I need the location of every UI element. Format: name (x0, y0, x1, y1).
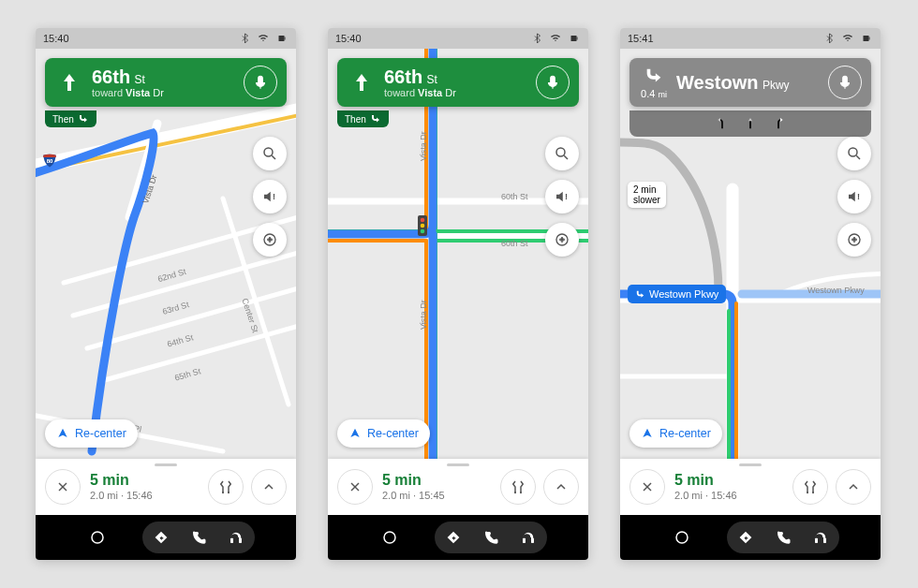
recenter-icon (348, 427, 362, 440)
street-label: Westown Pkwy (807, 286, 865, 295)
circle-icon (674, 529, 690, 546)
headphones-icon[interactable] (812, 529, 829, 546)
home-button[interactable] (661, 522, 703, 553)
search-button[interactable] (837, 137, 871, 170)
expand-button[interactable] (251, 469, 287, 505)
street-label: 60th St (501, 192, 528, 201)
map[interactable]: 60th St 60th St Vista Dr Vista Dr 66th S… (328, 49, 588, 459)
phone-icon[interactable] (190, 529, 207, 546)
headphones-icon[interactable] (228, 529, 244, 546)
search-icon (846, 145, 863, 162)
routes-icon (217, 478, 234, 495)
volume-alert-icon (261, 188, 278, 205)
home-button[interactable] (369, 522, 410, 553)
search-button[interactable] (253, 137, 287, 170)
close-button[interactable] (45, 469, 81, 505)
turn-right-icon (635, 289, 645, 300)
nav-banner[interactable]: 66th St toward Vista Dr (337, 58, 579, 107)
drag-handle[interactable] (739, 463, 762, 466)
sound-alerts-button[interactable] (253, 180, 287, 213)
close-button[interactable] (337, 469, 373, 505)
trip-sheet[interactable]: 5 min 2.0 mi · 15:45 (328, 459, 588, 515)
recenter-button[interactable]: Re-center (45, 419, 138, 448)
trip-meta: 2.0 mi · 15:46 (674, 490, 737, 502)
nav-instruction: 66th St toward Vista Dr (384, 66, 536, 98)
close-button[interactable] (629, 469, 665, 505)
drag-handle[interactable] (155, 463, 177, 466)
expand-button[interactable] (543, 469, 579, 505)
close-icon (348, 479, 363, 494)
trip-meta: 2.0 mi · 15:46 (90, 490, 153, 502)
add-report-icon (846, 231, 863, 248)
battery-icon (568, 33, 581, 44)
mic-icon (544, 74, 561, 91)
sound-alerts-button[interactable] (545, 180, 579, 213)
drag-handle[interactable] (447, 463, 469, 466)
nav-arrow-up-icon (58, 69, 81, 96)
bluetooth-icon (240, 33, 251, 44)
route-bubble[interactable]: Westown Pkwy (628, 285, 726, 303)
interstate-shield-icon: 80 (41, 152, 58, 169)
status-bar: 15:40 (328, 28, 588, 49)
alternate-routes-button[interactable] (792, 469, 828, 505)
lane-guidance (629, 110, 871, 137)
wifi-icon (841, 33, 854, 44)
alternate-routes-button[interactable] (208, 469, 244, 505)
nav-banner[interactable]: 66th St toward Vista Dr (45, 58, 287, 107)
volume-alert-icon (554, 188, 570, 205)
routes-icon (802, 478, 819, 495)
lane-right-icon (771, 114, 786, 133)
street-label: Vista Dr (419, 300, 428, 330)
voice-search-button[interactable] (536, 66, 570, 99)
phone-icon[interactable] (775, 529, 792, 546)
svg-point-24 (421, 229, 425, 234)
trip-sheet[interactable]: 5 min 2.0 mi · 15:46 (620, 459, 881, 515)
nav-arrow-up-icon (350, 69, 373, 96)
search-icon (261, 145, 278, 162)
sound-alerts-button[interactable] (837, 180, 871, 213)
nav-banner[interactable]: 0.4 mi Westown Pkwy (629, 58, 871, 107)
system-nav-bar (328, 515, 588, 560)
alternate-routes-button[interactable] (500, 469, 536, 505)
map[interactable]: Westown Pkwy 2 min slower Westown Pkwy 0… (620, 49, 881, 459)
map[interactable]: 235 80 62nd St 63rd St 64th St 65th St C… (36, 49, 296, 459)
phone-icon[interactable] (482, 529, 499, 546)
traffic-chip[interactable]: 2 min slower (628, 182, 666, 208)
nav-instruction: Westown Pkwy (676, 72, 828, 93)
add-report-icon (554, 231, 570, 248)
home-button[interactable] (77, 522, 118, 553)
screenshot-3: 15:41 Westown Pkwy 2 min slower (620, 28, 881, 560)
trip-time: 5 min (382, 472, 445, 489)
svg-point-22 (421, 218, 425, 223)
voice-search-button[interactable] (828, 66, 862, 99)
trip-sheet[interactable]: 5 min 2.0 mi · 15:46 (36, 459, 296, 515)
turn-right-icon (78, 113, 89, 125)
trip-time: 5 min (674, 472, 737, 489)
search-icon (554, 145, 570, 162)
nav-turn-icon[interactable] (445, 529, 462, 546)
trip-meta: 2.0 mi · 15:45 (382, 490, 445, 502)
recenter-button[interactable]: Re-center (629, 419, 722, 448)
report-button[interactable] (253, 223, 287, 257)
nav-turn-icon[interactable] (737, 529, 754, 546)
then-chip[interactable]: Then (45, 110, 96, 127)
voice-search-button[interactable] (244, 66, 277, 99)
nav-distance: 0.4 mi (641, 88, 667, 99)
headphones-icon[interactable] (520, 529, 537, 546)
chevron-up-icon (554, 479, 569, 494)
expand-button[interactable] (836, 469, 871, 505)
recenter-button[interactable]: Re-center (337, 419, 430, 448)
nav-turn-icon[interactable] (153, 529, 170, 546)
svg-text:80: 80 (47, 158, 53, 164)
report-button[interactable] (837, 223, 871, 257)
search-button[interactable] (545, 137, 579, 170)
screenshot-1: 15:40 235 80 62nd St 63rd (36, 28, 296, 560)
bluetooth-icon (532, 33, 543, 44)
street-label: Vista Dr (419, 131, 428, 161)
then-chip[interactable]: Then (337, 110, 389, 127)
report-button[interactable] (545, 223, 579, 257)
chevron-up-icon (261, 479, 276, 494)
lane-straight-icon (743, 114, 758, 133)
lane-left-icon (715, 114, 730, 133)
close-icon (640, 479, 655, 494)
